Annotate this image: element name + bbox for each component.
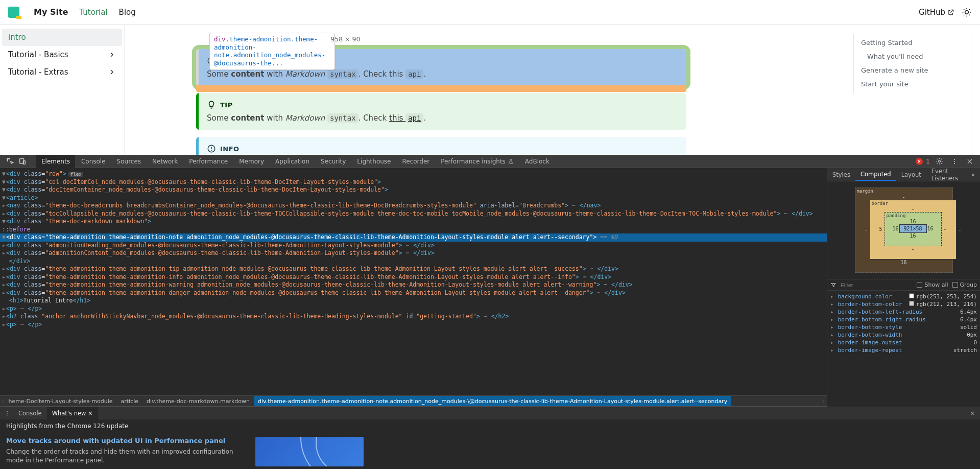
admonition-content: Some content with Markdown syntax. Check… <box>207 113 678 123</box>
svg-line-6 <box>969 14 970 15</box>
page-toc: Getting Started What you'll need Generat… <box>853 34 955 93</box>
drawer-tab-whatsnew[interactable]: What's new × <box>47 407 98 419</box>
sidebar-item-basics[interactable]: Tutorial - Basics <box>2 46 122 63</box>
device-toggle-icon[interactable] <box>16 155 29 168</box>
inspector-tooltip: div.theme-admonition.theme-admonition-no… <box>209 33 335 70</box>
tooltip-dimensions: 958 × 90 <box>330 35 360 67</box>
show-all-checkbox[interactable]: Show all <box>917 282 948 288</box>
sidebar-item-intro[interactable]: intro <box>2 29 122 46</box>
nav-link-github[interactable]: GitHub <box>919 8 954 17</box>
close-drawer-icon[interactable]: × <box>966 410 979 417</box>
whatsnew-feature-title[interactable]: Move tracks around with updated UI in Pe… <box>6 437 241 444</box>
close-tab-icon[interactable]: × <box>88 410 93 417</box>
svg-line-5 <box>964 9 964 10</box>
devtools-tab-application[interactable]: Application <box>270 155 315 168</box>
close-devtools-icon[interactable] <box>964 155 976 168</box>
toc-item[interactable]: Start your site <box>860 77 955 91</box>
admonition-link[interactable]: this api <box>389 113 423 123</box>
computed-filter-input[interactable] <box>841 282 913 288</box>
devtools-tab-lighthouse[interactable]: Lighthouse <box>352 155 396 168</box>
settings-gear-icon[interactable] <box>933 155 945 168</box>
svg-point-18 <box>954 158 955 159</box>
tooltip-classes: .theme-admonition.theme-admonition-note.… <box>214 35 325 67</box>
admonition-note: div.theme-admonition.theme-admonition-no… <box>196 49 686 86</box>
admonition-content: Some content with Markdown syntax. Check… <box>207 69 678 79</box>
inspect-element-icon[interactable] <box>4 155 16 168</box>
error-count: 1 <box>926 158 930 165</box>
devtools-tab-sources[interactable]: Sources <box>112 155 146 168</box>
whatsnew-headline: Highlights from the Chrome 126 update <box>6 423 974 430</box>
devtools-panel: Elements Console Sources Network Perform… <box>0 155 980 469</box>
breadcrumb-item[interactable]: heme-DocItem-Layout-styles-module <box>4 396 116 406</box>
admonition-title: TIP <box>220 101 233 109</box>
side-tab-more-icon[interactable]: » <box>966 168 980 181</box>
svg-point-14 <box>211 150 212 151</box>
theme-toggle-icon[interactable] <box>962 7 972 17</box>
devtools-tab-elements[interactable]: Elements <box>36 155 75 168</box>
nav-link-tutorial[interactable]: Tutorial <box>79 8 107 17</box>
toc-item[interactable]: What you'll need <box>860 50 955 63</box>
elements-tree[interactable]: ▼<div class="row">flex ▼<div class="col … <box>0 168 827 395</box>
admonition-info: INFO <box>196 137 686 155</box>
svg-line-7 <box>964 14 964 15</box>
styles-sidepanel: Styles Computed Layout Event Listeners »… <box>827 168 980 407</box>
breadcrumb-item[interactable]: div.theme-doc-markdown.markdown <box>142 396 254 406</box>
devtools-tab-network[interactable]: Network <box>147 155 183 168</box>
sidebar-item-label: Tutorial - Extras <box>8 67 68 77</box>
devtools-tab-adblock[interactable]: AdBlock <box>520 155 555 168</box>
elements-selected-node[interactable]: ▼<div class="theme-admonition theme-admo… <box>0 233 827 242</box>
kebab-menu-icon[interactable] <box>1 407 13 419</box>
nav-link-blog[interactable]: Blog <box>119 8 136 17</box>
devtools-tab-security[interactable]: Security <box>316 155 351 168</box>
external-link-icon <box>947 9 954 16</box>
side-tab-eventlisteners[interactable]: Event Listeners <box>926 168 966 181</box>
admonition-tip: TIP Some content with Markdown syntax. C… <box>196 93 686 130</box>
kebab-menu-icon[interactable] <box>948 155 961 168</box>
alert-circle-icon <box>207 144 216 153</box>
elements-breadcrumbs[interactable]: ‹ heme-DocItem-Layout-styles-module arti… <box>0 395 827 407</box>
svg-point-21 <box>7 411 8 412</box>
site-brand: My Site <box>34 7 68 17</box>
computed-filter-row: Show all Group <box>827 279 980 291</box>
github-label: GitHub <box>919 8 945 17</box>
lightbulb-icon <box>207 100 216 109</box>
doc-main: div.theme-admonition.theme-admonition-no… <box>125 25 971 155</box>
toc-item[interactable]: Getting Started <box>860 36 955 50</box>
svg-point-19 <box>954 160 955 161</box>
side-tab-layout[interactable]: Layout <box>896 168 926 181</box>
admonition-title: INFO <box>220 145 240 153</box>
breadcrumb-item[interactable]: article <box>117 396 143 406</box>
sidebar-item-extras[interactable]: Tutorial - Extras <box>2 63 122 81</box>
group-checkbox[interactable]: Group <box>952 282 977 288</box>
inspector-margin-overlay <box>196 85 686 92</box>
computed-properties-list[interactable]: ▸background-colorrgb(253, 253, 254) ▸bor… <box>827 291 980 407</box>
sidebar-item-label: intro <box>8 33 26 42</box>
beaker-icon <box>508 158 514 165</box>
svg-line-8 <box>969 9 970 10</box>
admonition-heading: TIP <box>207 100 678 109</box>
drawer-tab-console[interactable]: Console <box>13 407 47 419</box>
tooltip-tag: div <box>214 35 226 43</box>
devtools-tab-perf-insights[interactable]: Performance insights <box>436 155 519 168</box>
admonition-heading: INFO <box>207 144 678 153</box>
toc-item[interactable]: Generate a new site <box>860 63 955 77</box>
breadcrumb-item[interactable]: div.theme-admonition.theme-admonition-no… <box>254 396 731 406</box>
doc-sidebar: intro Tutorial - Basics Tutorial - Extra… <box>0 25 125 155</box>
sidebar-item-label: Tutorial - Basics <box>8 50 68 59</box>
filter-icon <box>830 282 836 288</box>
devtools-tab-memory[interactable]: Memory <box>234 155 269 168</box>
devtools-tab-recorder[interactable]: Recorder <box>397 155 435 168</box>
side-tab-computed[interactable]: Computed <box>855 168 896 181</box>
whatsnew-feature-desc: Change the order of tracks and hide them… <box>6 448 241 465</box>
site-area: My Site Tutorial Blog GitHub intro Tutor… <box>0 0 980 155</box>
error-count-badge[interactable] <box>916 158 923 165</box>
svg-point-17 <box>938 160 940 162</box>
page-scrollbar[interactable] <box>971 25 980 155</box>
svg-point-22 <box>7 413 8 414</box>
side-tab-styles[interactable]: Styles <box>827 168 855 181</box>
svg-point-23 <box>7 415 8 416</box>
box-model-diagram[interactable]: margin - - border - 5 padding 16 16 921×… <box>855 187 953 273</box>
devtools-tab-console[interactable]: Console <box>76 155 111 168</box>
devtools-tab-performance[interactable]: Performance <box>184 155 233 168</box>
site-logo-icon <box>8 7 19 18</box>
